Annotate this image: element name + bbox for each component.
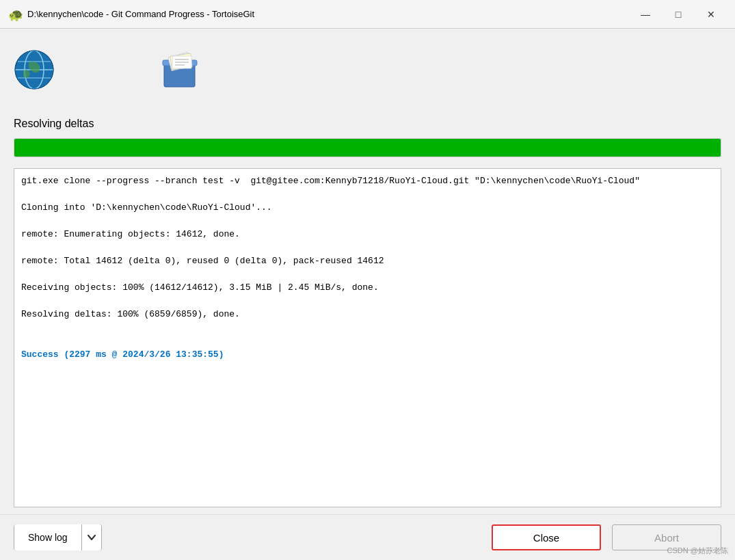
window-close-button[interactable]: ✕ <box>695 4 727 25</box>
log-line: git.exe clone --progress --branch test -… <box>21 174 714 188</box>
show-log-dropdown-button[interactable] <box>82 524 101 550</box>
title-bar: 🐢 D:\kennychen\code - Git Command Progre… <box>0 0 735 29</box>
bottom-bar: Show log Close Abort <box>0 514 735 560</box>
progress-bar-container <box>14 138 721 157</box>
main-content: Resolving deltas git.exe clone --progres… <box>0 29 735 514</box>
log-line: Success (2297 ms @ 2024/3/26 13:35:55) <box>21 348 714 362</box>
globe-icon <box>14 49 55 90</box>
log-line: remote: Total 14612 (delta 0), reused 0 … <box>21 254 714 268</box>
close-button[interactable]: Close <box>492 524 601 550</box>
status-label: Resolving deltas <box>14 118 721 130</box>
watermark: CSDN @姑苏老陈 <box>667 546 728 556</box>
minimize-button[interactable]: — <box>630 4 661 25</box>
maximize-button[interactable]: □ <box>663 4 694 25</box>
bottom-wrapper: Show log Close Abort CSDN @姑苏老陈 <box>0 514 735 560</box>
progress-bar-fill <box>14 139 721 157</box>
log-line: Resolving deltas: 100% (6859/6859), done… <box>21 308 714 321</box>
show-log-button[interactable]: Show log <box>14 524 82 550</box>
log-line: Receiving objects: 100% (14612/14612), 3… <box>21 281 714 295</box>
show-log-group: Show log <box>14 524 102 550</box>
chevron-down-icon <box>88 535 96 540</box>
log-line: remote: Enumerating objects: 14612, done… <box>21 228 714 241</box>
window-title: D:\kennychen\code - Git Command Progress… <box>27 9 630 19</box>
app-icon: 🐢 <box>8 8 22 21</box>
book-icon <box>157 49 198 90</box>
log-line: Cloning into 'D:\kennychen\code\RuoYi-Cl… <box>21 201 714 215</box>
window-controls: — □ ✕ <box>630 4 727 25</box>
log-area[interactable]: git.exe clone --progress --branch test -… <box>14 168 721 507</box>
icon-row <box>14 42 721 97</box>
